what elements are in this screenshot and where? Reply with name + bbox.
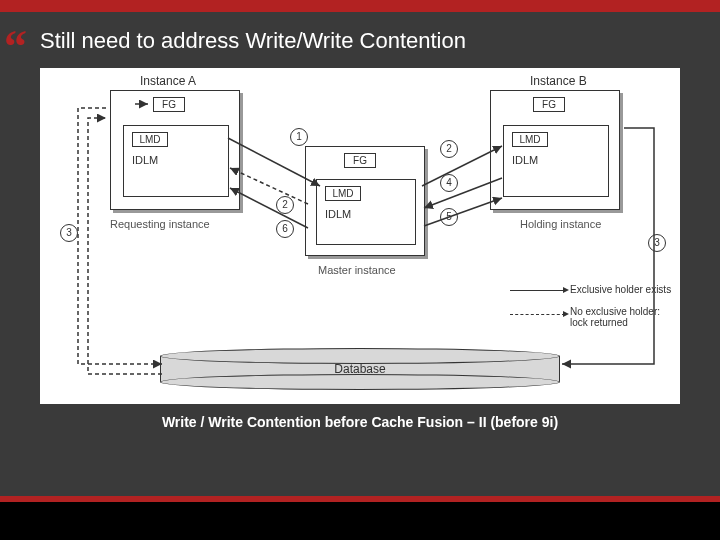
instance-b-fg: FG xyxy=(533,97,565,112)
master-inner: LMD IDLM xyxy=(316,179,416,245)
master-role: Master instance xyxy=(318,264,396,276)
instance-b-box: FG LMD IDLM xyxy=(490,90,620,210)
svg-line-3 xyxy=(230,188,308,228)
instance-b-label: Instance B xyxy=(530,74,587,88)
diagram-caption: Write / Write Contention before Cache Fu… xyxy=(0,414,720,430)
instance-b-lmd: LMD xyxy=(512,132,548,147)
step-1: 1 xyxy=(290,128,308,146)
step-3b: 3 xyxy=(648,234,666,252)
instance-b-inner: LMD IDLM xyxy=(503,125,609,197)
instance-b-idlm: IDLM xyxy=(512,154,538,166)
instance-a-idlm: IDLM xyxy=(132,154,158,166)
step-3a: 3 xyxy=(60,224,78,242)
step-2a: 2 xyxy=(276,196,294,214)
step-5: 5 xyxy=(440,208,458,226)
master-fg: FG xyxy=(344,153,376,168)
slide-title: Still need to address Write/Write Conten… xyxy=(40,28,466,54)
legend-solid-line xyxy=(510,290,565,291)
instance-a-label: Instance A xyxy=(140,74,196,88)
svg-line-2 xyxy=(230,168,308,204)
master-lmd: LMD xyxy=(325,186,361,201)
top-accent-bar xyxy=(0,0,720,12)
bullet-quote-icon: “ xyxy=(4,20,27,73)
instance-b-role: Holding instance xyxy=(520,218,601,230)
bottom-black-bar xyxy=(0,502,720,540)
instance-a-fg: FG xyxy=(153,97,185,112)
master-box: FG LMD IDLM xyxy=(305,146,425,256)
step-2b: 2 xyxy=(440,140,458,158)
legend-dashed-text: No exclusive holder: lock returned xyxy=(570,306,680,328)
contention-diagram: Instance A FG LMD IDLM Requesting instan… xyxy=(40,68,680,404)
instance-a-box: FG LMD IDLM xyxy=(110,90,240,210)
database-label: Database xyxy=(160,362,560,376)
step-6: 6 xyxy=(276,220,294,238)
database-cylinder: Database xyxy=(160,348,560,390)
master-idlm: IDLM xyxy=(325,208,351,220)
step-4: 4 xyxy=(440,174,458,192)
legend-solid-text: Exclusive holder exists xyxy=(570,284,680,295)
instance-a-inner: LMD IDLM xyxy=(123,125,229,197)
legend-dashed-line xyxy=(510,314,565,315)
instance-a-role: Requesting instance xyxy=(110,218,210,230)
instance-a-lmd: LMD xyxy=(132,132,168,147)
